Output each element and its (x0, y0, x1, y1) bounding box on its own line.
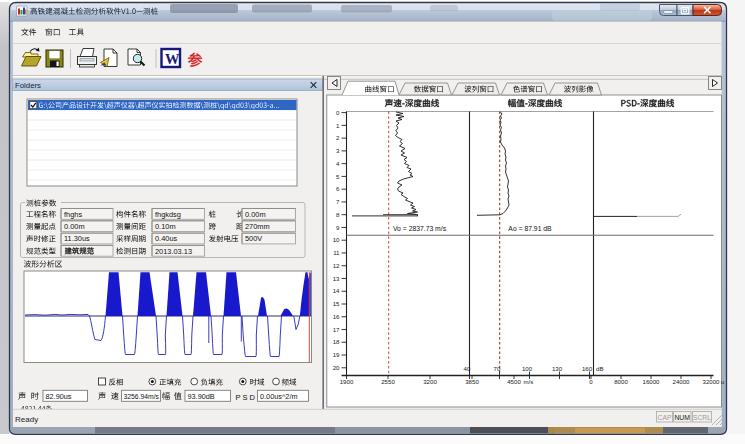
svg-text:Ready: Ready (15, 415, 38, 424)
svg-text:m/s: m/s (524, 378, 534, 385)
svg-text:8000: 8000 (614, 378, 628, 385)
svg-text:Folders: Folders (15, 81, 41, 90)
svg-text:82.90us: 82.90us (46, 392, 72, 401)
svg-text:11: 11 (333, 249, 340, 256)
svg-text:160: 160 (582, 365, 593, 372)
svg-text:500V: 500V (245, 234, 262, 243)
svg-text:dB: dB (596, 365, 603, 372)
svg-text:SCRL: SCRL (693, 414, 712, 421)
svg-text:0.10m: 0.10m (155, 222, 176, 231)
svg-text:40: 40 (464, 365, 471, 372)
svg-text:NUM: NUM (674, 414, 690, 421)
svg-text:0.00m: 0.00m (64, 222, 85, 231)
svg-text:2550: 2550 (381, 378, 395, 385)
svg-text:24000: 24000 (673, 378, 691, 385)
svg-text:CAP: CAP (657, 414, 672, 421)
svg-text:2013.03.13: 2013.03.13 (155, 247, 192, 256)
svg-text:17: 17 (333, 326, 340, 333)
svg-text:18: 18 (333, 338, 340, 345)
svg-text:13: 13 (333, 275, 340, 282)
svg-text:32000: 32000 (703, 378, 721, 385)
svg-text:12: 12 (333, 262, 340, 269)
svg-text:3850: 3850 (465, 378, 479, 385)
svg-text:fhghs: fhghs (64, 210, 82, 219)
svg-text:93.90dB: 93.90dB (188, 392, 215, 401)
svg-text:0.00us^2/m: 0.00us^2/m (260, 392, 298, 401)
svg-text:0.00m: 0.00m (245, 210, 266, 219)
svg-text:Ao = 87.91 dB: Ao = 87.91 dB (508, 225, 552, 232)
svg-text:270mm: 270mm (245, 222, 270, 231)
svg-text:20: 20 (333, 364, 340, 371)
svg-text:u: u (721, 378, 724, 385)
svg-text:11.30us: 11.30us (64, 234, 90, 243)
svg-text:4500: 4500 (507, 378, 521, 385)
svg-text:1900: 1900 (340, 378, 354, 385)
svg-text:70: 70 (494, 365, 501, 372)
svg-text:15: 15 (333, 300, 340, 307)
svg-text:100: 100 (522, 365, 533, 372)
svg-text:Vo = 2837.73 m/s: Vo = 2837.73 m/s (393, 225, 447, 232)
svg-text:16: 16 (333, 313, 340, 320)
svg-text:130: 130 (552, 365, 563, 372)
svg-text:19: 19 (333, 351, 340, 358)
svg-text:W: W (165, 51, 180, 67)
svg-text:fhgkdsg: fhgkdsg (155, 210, 181, 219)
svg-text:3200: 3200 (423, 378, 437, 385)
svg-text:16000: 16000 (643, 378, 661, 385)
svg-text:14: 14 (333, 287, 340, 294)
svg-text:10: 10 (333, 236, 340, 243)
svg-text:3256.94m/s: 3256.94m/s (124, 393, 160, 400)
svg-text:0.40us: 0.40us (155, 234, 177, 243)
svg-text:P S D: P S D (236, 393, 256, 402)
